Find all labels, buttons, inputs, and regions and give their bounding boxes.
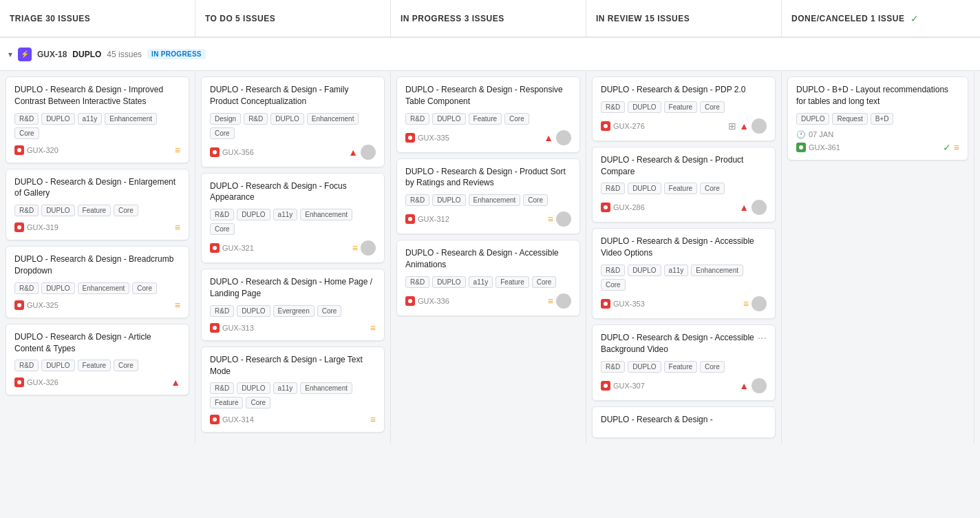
epic-chevron-icon[interactable]: ▾ <box>8 50 12 59</box>
card-gux-361[interactable]: DUPLO - B+D - Layout recommendations for… <box>787 76 968 160</box>
todo-column-body: DUPLO - Research & Design - Family Produ… <box>195 71 390 444</box>
card-gux-321[interactable]: DUPLO - Research & Design - Focus Appear… <box>201 173 385 264</box>
card-gux-356[interactable]: DUPLO - Research & Design - Family Produ… <box>201 76 385 167</box>
card-gux-325[interactable]: DUPLO - Research & Design - Breadcrumb D… <box>6 246 189 318</box>
card-gux-313[interactable]: DUPLO - Research & Design - Home Page / … <box>201 269 385 341</box>
priority-high-icon: ▲ <box>544 132 553 143</box>
card-gux-307[interactable]: DUPLO - Research & Design - Accessible B… <box>592 324 776 401</box>
tag-core: Core <box>532 276 557 288</box>
tag-duplo: DUPLO <box>270 113 303 125</box>
tag-row: R&D DUPLO a11y Feature Core <box>405 276 571 288</box>
card-gux-286[interactable]: DUPLO - Research & Design - Product Comp… <box>592 147 776 223</box>
priority-medium-icon: ≡ <box>370 322 376 333</box>
tag-rd: R&D <box>14 360 39 371</box>
tag-core: Core <box>700 361 725 373</box>
tag-feature: Feature <box>78 205 111 216</box>
tag-enhancement: Enhancement <box>691 265 743 276</box>
card-id-row: GUX-336 <box>405 296 449 306</box>
card-id-row: GUX-312 <box>405 214 449 224</box>
priority-medium-icon: ≡ <box>175 222 180 233</box>
triage-title: TRIAGE 30 ISSUES <box>10 14 90 23</box>
review-column: DUPLO - Research & Design - PDP 2.0 R&D … <box>586 71 782 444</box>
card-id-row: GUX-356 <box>210 147 254 157</box>
card-title: DUPLO - Research & Design - Breadcrumb D… <box>14 253 180 277</box>
tag-rd: R&D <box>14 113 39 125</box>
card-id: GUX-336 <box>418 297 449 305</box>
card-title: DUPLO - Research & Design - Accessible V… <box>601 236 767 259</box>
card-gux-326[interactable]: DUPLO - Research & Design - Article Cont… <box>6 324 189 396</box>
card-gux-308[interactable]: DUPLO - Research & Design - <box>592 406 776 439</box>
card-gux-336[interactable]: DUPLO - Research & Design - Accessible A… <box>396 240 580 316</box>
more-options-icon[interactable]: ··· <box>758 332 767 344</box>
inprogress-header: IN PROGRESS 3 ISSUES <box>391 0 586 37</box>
card-id-row: GUX-335 <box>405 133 449 143</box>
tag-row: R&D DUPLO a11y Enhancement Feature Core <box>210 382 376 408</box>
tag-rd: R&D <box>210 209 234 220</box>
tag-duplo: DUPLO <box>432 113 465 125</box>
card-title: DUPLO - Research & Design - Accessible A… <box>405 247 571 271</box>
tag-core: Core <box>210 127 235 139</box>
avatar <box>556 293 571 309</box>
card-footer: GUX-312 ≡ <box>405 211 571 227</box>
card-id-row: GUX-307 <box>601 381 645 391</box>
issue-dot <box>405 296 415 306</box>
priority-high-icon: ▲ <box>739 202 749 213</box>
card-gux-312[interactable]: DUPLO - Research & Design - Product Sort… <box>396 158 580 235</box>
card-gux-319[interactable]: DUPLO - Research & Design - Enlargement … <box>6 169 189 241</box>
tag-enhancement: Enhancement <box>307 113 359 125</box>
card-footer: GUX-314 ≡ <box>210 414 376 425</box>
avatar <box>361 145 376 160</box>
tag-row: DUPLO Request B+D <box>796 113 959 125</box>
tag-feature: Feature <box>664 101 697 113</box>
clock-icon: 🕐 <box>796 130 806 139</box>
card-id: GUX-312 <box>418 215 449 223</box>
tag-row: R&D DUPLO a11y Enhancement Core <box>210 209 376 235</box>
stacked-icon: ⊞ <box>728 121 736 132</box>
tag-core: Core <box>210 223 235 235</box>
priority-medium-icon: ≡ <box>548 296 553 307</box>
tag-enhancement: Enhancement <box>78 282 130 294</box>
card-id-row: GUX-321 <box>210 243 254 253</box>
tag-enhancement: Enhancement <box>469 194 521 206</box>
column-headers: TRIAGE 30 ISSUES TO DO 5 ISSUES IN PROGR… <box>0 0 980 38</box>
tag-rd: R&D <box>601 265 625 276</box>
issue-dot <box>601 381 610 391</box>
tag-rd: R&D <box>210 382 234 394</box>
tag-duplo: DUPLO <box>41 360 74 371</box>
card-title: DUPLO - Research & Design - PDP 2.0 <box>601 84 767 96</box>
card-date: 07 JAN <box>809 130 833 138</box>
avatar <box>752 200 767 215</box>
tag-rd: R&D <box>601 361 625 373</box>
tag-duplo: DUPLO <box>628 101 661 113</box>
card-gux-320[interactable]: DUPLO - Research & Design - Improved Con… <box>6 76 189 163</box>
done-title: DONE/CANCELED 1 ISSUE <box>791 14 905 23</box>
triage-column: DUPLO - Research & Design - Improved Con… <box>0 71 195 444</box>
card-footer: GUX-326 ▲ <box>14 377 180 388</box>
card-id-row: GUX-276 <box>601 121 645 131</box>
card-id: GUX-335 <box>418 134 449 142</box>
card-gux-276[interactable]: DUPLO - Research & Design - PDP 2.0 R&D … <box>592 76 776 141</box>
tag-a11y: a11y <box>664 265 689 276</box>
tag-row: R&D DUPLO Enhancement Core <box>405 194 571 206</box>
card-gux-353[interactable]: DUPLO - Research & Design - Accessible V… <box>592 228 776 319</box>
card-id: GUX-313 <box>222 324 254 332</box>
tag-feature: Feature <box>78 360 111 371</box>
issue-dot <box>210 415 220 424</box>
card-title: DUPLO - Research & Design - Enlargement … <box>14 176 180 200</box>
card-footer: GUX-307 ▲ <box>601 378 767 393</box>
inprogress-column: DUPLO - Research & Design - Responsive T… <box>391 71 586 444</box>
tag-bd: B+D <box>871 113 894 125</box>
tag-row: R&D DUPLO a11y Enhancement Core <box>601 265 767 291</box>
card-gux-335[interactable]: DUPLO - Research & Design - Responsive T… <box>396 76 580 153</box>
done-check-icon: ✓ <box>910 13 919 24</box>
card-id: GUX-314 <box>222 415 254 424</box>
tag-duplo: DUPLO <box>41 282 74 294</box>
tag-core: Core <box>114 360 138 371</box>
avatar <box>752 118 767 134</box>
tag-duplo: DUPLO <box>41 205 74 216</box>
card-id-row: GUX-326 <box>14 377 58 387</box>
card-footer: GUX-313 ≡ <box>210 322 376 333</box>
card-title: DUPLO - Research & Design - Accessible B… <box>601 332 758 355</box>
card-gux-314[interactable]: DUPLO - Research & Design - Large Text M… <box>201 346 385 433</box>
card-id-row: GUX-314 <box>210 415 254 424</box>
